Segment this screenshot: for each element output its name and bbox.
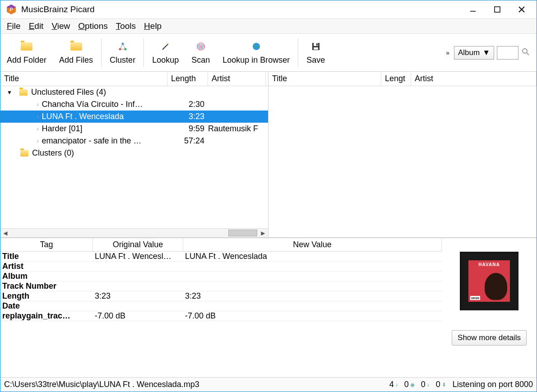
left-tree[interactable]: ▼ Unclustered Files (4) ♪Chancha Vía Cir… xyxy=(0,86,268,228)
file-row[interactable]: ♪LUNA Ft . Wenceslada3:23 xyxy=(0,111,268,123)
tag-new-value: -7.00 dB xyxy=(183,311,442,321)
music-file-icon: ♪ xyxy=(37,138,39,143)
search-input[interactable] xyxy=(497,46,518,60)
panes-container: Title Length Artist ▼ Unclustered Files … xyxy=(0,72,537,238)
file-row[interactable]: ♪Chancha Vía Circuito - Inf…2:30 xyxy=(0,98,268,111)
tag-name: Track Number xyxy=(0,281,93,291)
file-title: Chancha Vía Circuito - Inf… xyxy=(42,100,143,109)
tree-label: Unclustered Files (4) xyxy=(31,88,106,97)
menu-file[interactable]: File xyxy=(7,21,21,31)
cover-badge: vevo xyxy=(470,296,480,300)
tag-col-tag[interactable]: Tag xyxy=(0,238,93,251)
file-length: 3:23 xyxy=(167,112,208,121)
file-title: emancipator - safe in the … xyxy=(42,136,142,146)
file-length: 57:24 xyxy=(167,136,208,146)
svg-point-24 xyxy=(523,49,527,53)
svg-rect-4 xyxy=(495,7,500,12)
tag-col-orig[interactable]: Original Value xyxy=(93,238,183,251)
search-mode-label: Album xyxy=(458,48,480,57)
left-column-headers: Title Length Artist xyxy=(0,72,268,86)
tag-orig-value: LUNA Ft . Wencesl… xyxy=(93,252,183,261)
tag-orig-value xyxy=(93,301,183,311)
menu-options[interactable]: Options xyxy=(78,21,107,31)
left-pane: Title Length Artist ▼ Unclustered Files … xyxy=(0,72,268,237)
tag-row[interactable]: Album xyxy=(0,272,442,281)
menu-tools[interactable]: Tools xyxy=(116,21,136,31)
col-artist[interactable]: Artist xyxy=(208,72,266,86)
svg-line-11 xyxy=(123,44,125,49)
cover-art[interactable]: HAVANA vevo xyxy=(460,252,518,310)
search-icon[interactable] xyxy=(521,47,530,58)
titlebar: P MusicBrainz Picard xyxy=(0,0,537,18)
tag-row[interactable]: Track Number xyxy=(0,281,442,291)
toolbar-overflow[interactable]: » xyxy=(441,49,454,56)
save-icon xyxy=(311,40,321,53)
scroll-right-icon[interactable]: ► xyxy=(258,229,268,237)
tag-name: Length xyxy=(0,291,93,301)
col-title[interactable]: Title xyxy=(0,72,167,86)
lookup-in-browser-button[interactable]: Lookup in Browser xyxy=(216,34,296,71)
scroll-left-icon[interactable]: ◄ xyxy=(0,229,10,237)
file-title: LUNA Ft . Wenceslada xyxy=(42,112,124,121)
add-folder-button[interactable]: Add Folder xyxy=(0,34,53,71)
menu-edit[interactable]: Edit xyxy=(29,21,44,31)
tag-row[interactable]: Artist xyxy=(0,262,442,272)
col-length[interactable]: Lengt xyxy=(381,72,411,86)
tree-group-unclustered[interactable]: ▼ Unclustered Files (4) xyxy=(0,86,268,98)
menubar: File Edit View Options Tools Help xyxy=(0,18,537,34)
right-column-headers: Title Lengt Artist xyxy=(268,72,537,86)
svg-rect-23 xyxy=(314,47,318,50)
tree-group-clusters[interactable]: Clusters (0) xyxy=(0,147,268,159)
search-mode-select[interactable]: Album ▼ xyxy=(454,46,494,60)
tag-area: Tag Original Value New Value TitleLUNA F… xyxy=(0,238,537,377)
tag-orig-value xyxy=(93,281,183,291)
tag-name: Artist xyxy=(0,262,93,271)
close-button[interactable] xyxy=(509,0,534,18)
file-artist: Rautemusik F xyxy=(208,124,262,134)
left-hscroll[interactable]: ◄ ► xyxy=(0,228,268,237)
right-tree[interactable] xyxy=(268,86,537,237)
menu-view[interactable]: View xyxy=(51,21,70,31)
chevron-down-icon: ▼ xyxy=(482,48,490,57)
menu-help[interactable]: Help xyxy=(144,21,162,31)
note-icon: ♪ xyxy=(427,382,430,388)
col-length[interactable]: Length xyxy=(167,72,208,86)
tag-row[interactable]: Length3:233:23 xyxy=(0,291,442,301)
maximize-button[interactable] xyxy=(485,0,509,18)
right-pane: Title Lengt Artist xyxy=(268,72,537,237)
col-title[interactable]: Title xyxy=(268,72,381,86)
tree-label: Clusters (0) xyxy=(32,148,74,158)
file-row[interactable]: ♪emancipator - safe in the …57:24 xyxy=(0,135,268,147)
show-more-details-button[interactable]: Show more details xyxy=(452,330,527,346)
minimize-button[interactable] xyxy=(461,0,485,18)
tool-label: Add Files xyxy=(59,55,93,65)
tool-label: Add Folder xyxy=(7,55,46,65)
cluster-button[interactable]: Cluster xyxy=(103,34,142,71)
tool-label: Lookup in Browser xyxy=(222,55,290,65)
tag-row[interactable]: Date xyxy=(0,301,442,311)
tag-new-value xyxy=(183,281,442,291)
add-files-button[interactable]: Add Files xyxy=(53,34,99,71)
fingerprint-icon xyxy=(196,40,206,53)
status-count-4: 0⬇ xyxy=(436,380,446,389)
status-listening: Listening on port 8000 xyxy=(453,380,533,389)
wand-icon xyxy=(161,40,171,53)
music-file-icon: ♪ xyxy=(37,126,39,131)
scan-button[interactable]: Scan xyxy=(185,34,216,71)
col-artist[interactable]: Artist xyxy=(411,72,537,86)
scroll-thumb[interactable] xyxy=(228,230,257,236)
file-row[interactable]: ♪Harder [01]9:59Rautemusik F xyxy=(0,123,268,135)
tag-row[interactable]: replaygain_trac…-7.00 dB-7.00 dB xyxy=(0,311,442,321)
file-length: 9:59 xyxy=(167,124,208,134)
svg-point-15 xyxy=(167,42,167,43)
tag-row[interactable]: TitleLUNA Ft . Wencesl…LUNA Ft . Wencesl… xyxy=(0,252,442,262)
expander-icon[interactable]: ▼ xyxy=(7,89,13,96)
lookup-button[interactable]: Lookup xyxy=(146,34,185,71)
svg-text:P: P xyxy=(10,7,13,12)
save-button[interactable]: Save xyxy=(300,34,331,71)
folder-icon xyxy=(70,40,82,53)
svg-rect-22 xyxy=(316,43,318,46)
tag-col-new[interactable]: New Value xyxy=(183,238,442,251)
tool-label: Cluster xyxy=(110,55,135,65)
globe-icon xyxy=(251,40,261,53)
